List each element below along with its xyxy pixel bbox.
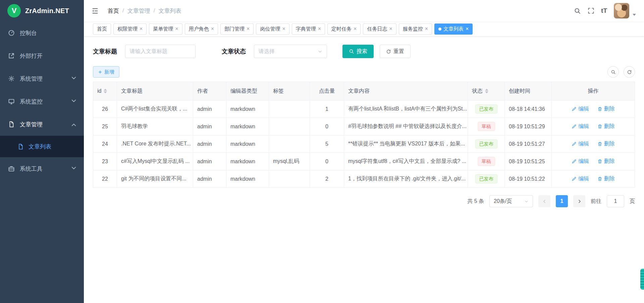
trash-icon [597,141,602,146]
cell-actions: 编辑 删除 [552,135,635,153]
edit-button[interactable]: 编辑 [572,175,589,182]
breadcrumb-article-manage[interactable]: 文章管理 [127,7,150,15]
reset-button[interactable]: 重置 [380,45,411,58]
tab-home[interactable]: 首页 [93,24,111,35]
filter-form: 文章标题 文章状态 请选择 搜索 重置 [93,45,635,58]
delete-button[interactable]: 删除 [597,123,615,130]
column-search-toggle-button[interactable] [607,66,619,78]
tab-menu-manage[interactable]: 菜单管理× [149,24,182,35]
sort-carets-icon[interactable] [104,89,107,93]
close-icon[interactable]: × [425,26,428,32]
edit-button[interactable]: 编辑 [572,105,589,113]
article-status-label: 文章状态 [222,47,246,55]
chevron-down-icon [70,97,77,106]
close-icon[interactable]: × [318,26,321,32]
user-avatar[interactable] [614,3,629,18]
fullscreen-icon[interactable] [588,7,594,14]
delete-button[interactable]: 删除 [597,175,615,182]
toolbox-icon [8,165,15,172]
close-icon[interactable]: × [389,26,392,32]
sort-carets-icon[interactable] [485,89,488,93]
page-size-select[interactable]: 20条/页 [489,195,533,207]
status-badge: 草稿 [478,157,495,166]
cell-actions: 编辑 删除 [552,170,635,188]
dashboard-icon [8,30,15,36]
cell-title: git 为不同的项目设置不同... [117,170,193,188]
sidebar-item-system-manage[interactable]: 系统管理 [0,67,84,90]
tab-article-list[interactable]: 文章列表× [434,24,473,35]
add-button[interactable]: 新增 [93,66,119,78]
cell-actions: 编辑 删除 [552,118,635,135]
tab-user-role[interactable]: 用户角色× [185,24,218,35]
search-button[interactable]: 搜索 [342,45,374,58]
chevron-up-icon [70,120,77,129]
search-icon [349,49,354,54]
breadcrumb-home[interactable]: 首页 [108,7,119,15]
close-icon[interactable]: × [354,26,357,32]
sidebar-item-system-monitor[interactable]: 系统监控 [0,90,84,113]
goto-page-input[interactable] [607,195,624,207]
col-header-status[interactable]: 状态 [468,82,505,100]
col-header-id[interactable]: id [93,82,117,100]
font-size-icon[interactable]: tT [601,7,607,14]
app-root: V ZrAdmin.NET 控制台 外部打开 系统管理 系统监控 文章管理 [0,0,644,303]
goto-suffix: 页 [630,198,635,205]
external-link-icon [8,52,15,59]
edit-button[interactable]: 编辑 [572,140,589,147]
close-icon[interactable]: × [175,26,178,32]
tab-server-monitor[interactable]: 服务监控× [399,24,432,35]
cell-tags [269,135,310,153]
sidebar-item-label: 系统工具 [20,165,43,173]
sidebar-item-external-open[interactable]: 外部打开 [0,44,84,67]
cell-tags [269,100,310,118]
document-icon [8,121,15,128]
delete-button[interactable]: 删除 [597,158,615,165]
delete-button[interactable]: 删除 [597,140,615,147]
chevron-down-icon [70,165,77,173]
prev-page-button[interactable] [538,195,550,207]
main-area: 首页 / 文章管理 / 文章列表 tT 首页 权限管理× [84,0,644,303]
edit-button[interactable]: 编辑 [572,158,589,165]
tab-task-log[interactable]: 任务日志× [363,24,396,35]
article-title-input[interactable] [125,45,196,58]
sidebar-item-dashboard[interactable]: 控制台 [0,21,84,44]
pencil-icon [572,159,577,164]
scrollbar-thumb[interactable] [640,269,644,290]
close-icon[interactable]: × [247,26,250,32]
sidebar-item-article-manage[interactable]: 文章管理 [0,113,84,136]
close-icon[interactable]: × [211,26,214,32]
tab-cron-task[interactable]: 定时任务× [327,24,361,35]
navbar-actions: tT [574,3,636,18]
cell-content: **错误提示** 当电脑更新 VS2017 版本后，如果... [344,135,468,153]
cell-author: admin [193,153,226,170]
tab-dept-manage[interactable]: 部门管理× [220,24,254,35]
search-icon[interactable] [574,7,581,14]
edit-button[interactable]: 编辑 [572,123,589,130]
cell-actions: 编辑 删除 [552,100,635,118]
col-header-author: 作者 [193,82,226,100]
refresh-table-button[interactable] [624,66,635,78]
user-menu-caret-icon[interactable] [633,14,636,16]
article-status-select[interactable]: 请选择 [254,45,327,58]
close-icon[interactable]: × [466,26,469,32]
col-header-actions: 操作 [552,82,635,100]
sidebar-item-system-tools[interactable]: 系统工具 [0,157,84,180]
cell-title: .NET Core 发布时提示.NET... [117,135,193,153]
sidebar-subitem-article-list[interactable]: 文章列表 [0,136,84,157]
monitor-icon [8,98,15,105]
cell-editor: markdown [226,100,269,118]
cell-id: 26 [93,100,117,118]
sidebar-collapse-icon[interactable] [91,7,99,15]
delete-button[interactable]: 删除 [597,105,615,113]
table-row: 23 c#写入Mysql中文显示乱码 ... admin markdown my… [93,153,635,170]
page-number-1[interactable]: 1 [556,195,568,207]
col-header-editor: 编辑器类型 [226,82,269,100]
close-icon[interactable]: × [282,26,285,32]
tab-dict-manage[interactable]: 字典管理× [292,24,325,35]
cell-status: 草稿 [468,118,505,135]
close-icon[interactable]: × [140,26,143,32]
gear-icon [8,75,15,82]
tab-permission[interactable]: 权限管理× [113,24,147,35]
next-page-button[interactable] [573,195,585,207]
tab-post-manage[interactable]: 岗位管理× [256,24,289,35]
